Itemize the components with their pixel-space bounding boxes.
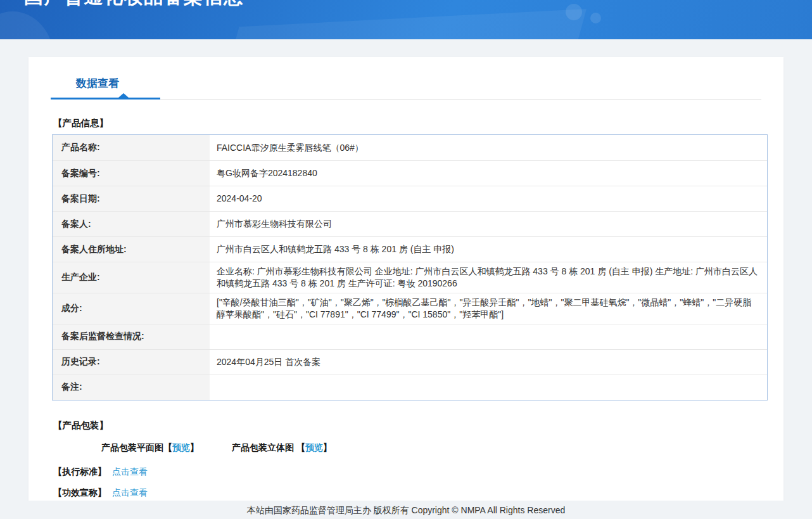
table-row: 备案日期: 2024-04-20 bbox=[53, 186, 767, 211]
table-row: 备注: bbox=[53, 375, 767, 400]
row-value: FAICCIA霏汐原生柔雾唇线笔（06#） bbox=[210, 135, 767, 160]
packaging-heading: 【产品包装】 bbox=[53, 420, 783, 432]
standard-heading: 【执行标准】 bbox=[53, 466, 106, 477]
row-value: 2024-04-20 bbox=[210, 186, 767, 211]
efficacy-view-link[interactable]: 点击查看 bbox=[112, 487, 148, 497]
product-info-heading: 【产品信息】 bbox=[53, 117, 783, 129]
table-row: 备案人住所地址: 广州市白云区人和镇鹤龙五路 433 号 8 栋 201 房 (… bbox=[53, 236, 767, 262]
row-label: 备案编号: bbox=[53, 161, 210, 186]
row-label: 产品名称: bbox=[53, 135, 210, 160]
bracket-open: 【 bbox=[296, 442, 305, 452]
tab-underline bbox=[51, 98, 761, 99]
product-info-table: 产品名称: FAICCIA霏汐原生柔雾唇线笔（06#） 备案编号: 粤G妆网备字… bbox=[52, 134, 768, 400]
row-label: 生产企业: bbox=[53, 262, 210, 293]
footer-text: 本站由国家药品监督管理局主办 版权所有 Copyright © NMPA All… bbox=[247, 505, 565, 515]
bracket-close: 】 bbox=[323, 442, 332, 452]
bracket-open: 【 bbox=[163, 442, 172, 452]
bracket-close: 】 bbox=[190, 442, 199, 452]
table-row: 生产企业: 企业名称: 广州市慕彩生物科技有限公司 企业地址: 广州市白云区人和… bbox=[53, 262, 767, 293]
row-label: 历史记录: bbox=[53, 350, 210, 375]
row-value bbox=[210, 324, 767, 349]
header-decoration bbox=[212, 9, 587, 39]
header-decoration bbox=[0, 11, 54, 39]
page-header: 国产普通化妆品备案信息 bbox=[0, 0, 812, 39]
preview-link-3d[interactable]: 预览 bbox=[305, 442, 323, 452]
row-value: 广州市白云区人和镇鹤龙五路 433 号 8 栋 201 房 (自主 申报) bbox=[210, 237, 767, 262]
standard-view-link[interactable]: 点击查看 bbox=[112, 466, 148, 477]
tab-data-view[interactable]: 数据查看 bbox=[76, 76, 119, 91]
table-row: 备案后监督检查情况: bbox=[53, 324, 767, 349]
row-value: 2024年04月25日 首次备案 bbox=[210, 350, 767, 375]
packaging-item-label: 产品包装平面图 bbox=[101, 442, 163, 452]
header-decoration bbox=[566, 4, 582, 20]
row-label: 备案人: bbox=[53, 212, 210, 236]
preview-link-flat[interactable]: 预览 bbox=[172, 442, 190, 452]
packaging-item-flat: 产品包装平面图【预览】 bbox=[101, 442, 199, 454]
tab-active-indicator bbox=[51, 98, 160, 99]
header-decoration bbox=[590, 13, 601, 23]
packaging-line: 产品包装平面图【预览】产品包装立体图 【预览】 bbox=[101, 442, 783, 454]
row-value: 企业名称: 广州市慕彩生物科技有限公司 企业地址: 广州市白云区人和镇鹤龙五路 … bbox=[210, 262, 767, 293]
table-row: 备案人: 广州市慕彩生物科技有限公司 bbox=[53, 211, 767, 236]
row-label: 备案后监督检查情况: bbox=[53, 324, 210, 349]
tab-arrow-icon bbox=[118, 93, 129, 98]
packaging-item-3d: 产品包装立体图 【预览】 bbox=[232, 442, 332, 454]
row-label: 备注: bbox=[53, 375, 210, 400]
row-value: 粤G妆网备字2024182840 bbox=[210, 161, 767, 186]
table-row: 产品名称: FAICCIA霏汐原生柔雾唇线笔（06#） bbox=[53, 135, 767, 160]
packaging-item-label: 产品包装立体图 bbox=[232, 442, 296, 452]
row-label: 成分: bbox=[53, 293, 210, 324]
row-label: 备案日期: bbox=[53, 186, 210, 211]
table-row: 成分: ["辛酸/癸酸甘油三酯"，"矿油"，"聚乙烯"，"棕榈酸乙基己酯"，"异… bbox=[53, 293, 767, 324]
row-label: 备案人住所地址: bbox=[53, 237, 210, 262]
row-value: ["辛酸/癸酸甘油三酯"，"矿油"，"聚乙烯"，"棕榈酸乙基己酯"，"异壬酸异壬… bbox=[210, 293, 767, 324]
page-footer: 本站由国家药品监督管理局主办 版权所有 Copyright © NMPA All… bbox=[0, 501, 812, 519]
page-title: 国产普通化妆品备案信息 bbox=[24, 0, 244, 7]
content-card: 数据查看 【产品信息】 产品名称: FAICCIA霏汐原生柔雾唇线笔（06#） … bbox=[29, 57, 783, 501]
table-row: 历史记录: 2024年04月25日 首次备案 bbox=[53, 349, 767, 375]
row-value bbox=[210, 375, 767, 400]
row-value: 广州市慕彩生物科技有限公司 bbox=[210, 212, 767, 236]
standard-line: 【执行标准】点击查看 bbox=[53, 466, 783, 478]
efficacy-heading: 【功效宣称】 bbox=[53, 487, 106, 497]
table-row: 备案编号: 粤G妆网备字2024182840 bbox=[53, 160, 767, 186]
efficacy-line: 【功效宣称】点击查看 bbox=[53, 487, 783, 499]
